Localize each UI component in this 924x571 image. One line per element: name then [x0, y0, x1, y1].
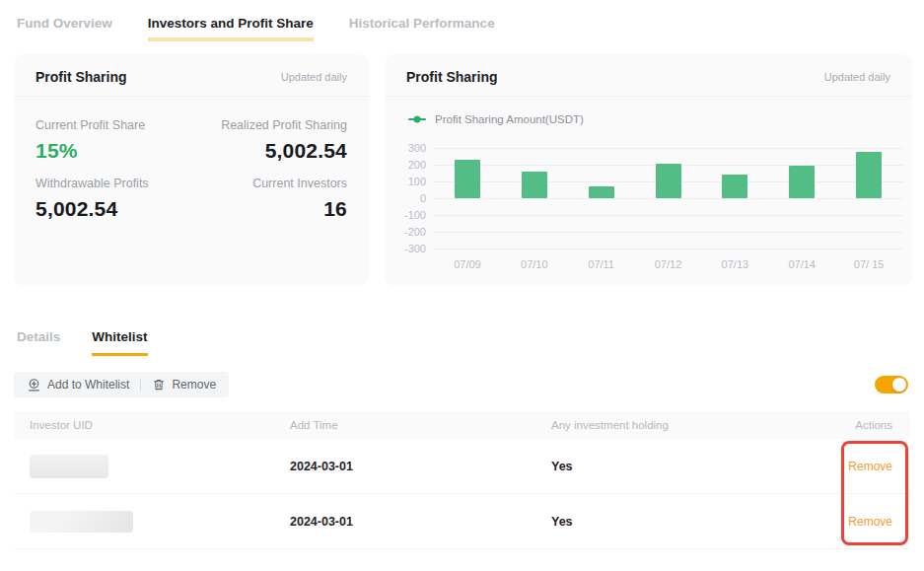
stat-value: 5,002.54: [36, 197, 191, 221]
column-header-holding: Any investment holding: [551, 419, 821, 431]
column-header-add-time: Add Time: [290, 419, 551, 431]
chart-bar-slot: [835, 148, 902, 249]
tab-historical-performance[interactable]: Historical Performance: [349, 16, 495, 41]
cell-add-time: 2024-03-01: [290, 515, 551, 529]
cell-investor-uid: [14, 511, 290, 533]
trash-icon: [152, 378, 166, 392]
stat-value: 5,002.54: [191, 139, 347, 163]
stat-label: Realized Profit Sharing: [191, 118, 347, 132]
chart-bar-slot: [568, 148, 635, 249]
profit-card-title: Profit Sharing: [36, 69, 127, 85]
redacted-uid: [30, 455, 108, 478]
legend-dot-icon: [414, 116, 421, 123]
tab-whitelist[interactable]: Whitelist: [92, 329, 147, 356]
chart-bar-slot: [434, 148, 501, 249]
table-row: 2024-03-01 Yes Remove: [14, 439, 910, 494]
summary-section: Profit Sharing Updated daily Current Pro…: [14, 54, 912, 286]
profit-sharing-chart-card: Profit Sharing Updated daily Profit Shar…: [385, 54, 912, 286]
chart-y-tick-label: 200: [408, 159, 426, 171]
stat-withdrawable-profits: Withdrawable Profits 5,002.54: [36, 177, 191, 221]
chart-x-tick-label: 07/13: [701, 258, 768, 270]
remove-button[interactable]: Remove: [141, 378, 227, 392]
stat-label: Withdrawable Profits: [36, 177, 191, 190]
column-header-actions: Actions: [821, 419, 910, 431]
top-tab-bar: Fund Overview Investors and Profit Share…: [0, 0, 924, 41]
chart-gridline: [434, 249, 902, 250]
legend-label: Profit Sharing Amount(USDT): [435, 113, 584, 125]
chart-legend[interactable]: Profit Sharing Amount(USDT): [385, 97, 912, 125]
chart-bar: [722, 175, 747, 198]
chart-y-tick-label: -200: [404, 226, 426, 238]
chart-plot: [434, 148, 902, 249]
remove-button-label: Remove: [172, 378, 216, 392]
chart-y-tick-label: 100: [408, 176, 426, 187]
chart-y-tick-label: 0: [420, 192, 426, 204]
profit-card-header: Profit Sharing Updated daily: [14, 54, 369, 97]
tab-fund-overview[interactable]: Fund Overview: [17, 16, 112, 41]
profit-stats: Current Profit Share 15% Realized Profit…: [14, 97, 369, 221]
chart-x-tick-label: 07/14: [768, 258, 835, 270]
redacted-uid: [30, 511, 133, 533]
column-header-investor-uid: Investor UID: [14, 419, 290, 431]
stat-value: 16: [191, 197, 347, 221]
chart-bar: [789, 166, 815, 198]
chart-x-tick-label: 07/ 15: [835, 258, 902, 270]
chart-card-header: Profit Sharing Updated daily: [385, 54, 912, 97]
stat-current-investors: Current Investors 16: [191, 177, 347, 221]
table-header-row: Investor UID Add Time Any investment hol…: [14, 411, 910, 439]
remove-row-link[interactable]: Remove: [848, 515, 892, 529]
chart-bar-slot: [768, 148, 835, 249]
chart-x-tick-label: 07/09: [434, 258, 501, 270]
chart-card-updated-label: Updated daily: [824, 71, 890, 83]
table-row: 2024-03-01 Yes Remove: [14, 494, 910, 549]
chart-x-tick-label: 07/12: [635, 258, 702, 270]
toolbar-button-group: Add to Whitelist Remove: [14, 372, 229, 397]
chart-x-axis: 07/0907/1007/1107/1207/1307/1407/ 15: [434, 258, 902, 270]
stat-realized-profit-sharing: Realized Profit Sharing 5,002.54: [191, 118, 347, 163]
cell-holding: Yes: [551, 515, 821, 529]
chart-y-tick-label: 300: [408, 142, 426, 154]
chart-bar-slot: [635, 148, 702, 249]
tab-details[interactable]: Details: [17, 329, 60, 356]
chart-bar: [856, 152, 882, 198]
profit-card-updated-label: Updated daily: [281, 71, 347, 83]
chart-bar: [589, 186, 614, 198]
chart-y-tick-label: -100: [404, 209, 426, 221]
stat-value: 15%: [36, 139, 191, 163]
tab-investors-profit-share[interactable]: Investors and Profit Share: [148, 16, 314, 41]
cell-add-time: 2024-03-01: [290, 460, 551, 473]
stat-current-profit-share: Current Profit Share 15%: [36, 118, 191, 163]
remove-row-link[interactable]: Remove: [848, 460, 892, 473]
detail-tab-bar: Details Whitelist: [17, 329, 924, 356]
chart-bar-slot: [501, 148, 568, 249]
stat-label: Current Investors: [191, 177, 347, 190]
whitelist-table: Investor UID Add Time Any investment hol…: [14, 411, 910, 549]
legend-line-marker-icon: [408, 118, 426, 120]
chart-bar: [455, 160, 480, 198]
chart-card-title: Profit Sharing: [406, 69, 498, 85]
chart-bar: [656, 164, 681, 198]
toggle-knob: [892, 378, 906, 392]
chart-x-tick-label: 07/11: [568, 258, 635, 270]
add-to-whitelist-label: Add to Whitelist: [47, 378, 129, 392]
profit-sharing-card: Profit Sharing Updated daily Current Pro…: [14, 54, 369, 286]
cell-holding: Yes: [551, 460, 821, 473]
cell-investor-uid: [14, 455, 290, 478]
chart-y-tick-label: -300: [404, 243, 426, 254]
whitelist-toggle[interactable]: [875, 376, 908, 393]
chart-x-tick-label: 07/10: [501, 258, 568, 270]
chart-bar-slot: [701, 148, 768, 249]
whitelist-toolbar: Add to Whitelist Remove: [14, 372, 908, 397]
stat-label: Current Profit Share: [36, 118, 191, 132]
bar-chart: 3002001000-100-200-300: [385, 125, 912, 249]
chart-y-axis: 3002001000-100-200-300: [398, 148, 434, 249]
add-to-whitelist-button[interactable]: Add to Whitelist: [16, 378, 140, 393]
chart-bar: [522, 172, 547, 198]
add-to-whitelist-icon: [27, 378, 41, 393]
